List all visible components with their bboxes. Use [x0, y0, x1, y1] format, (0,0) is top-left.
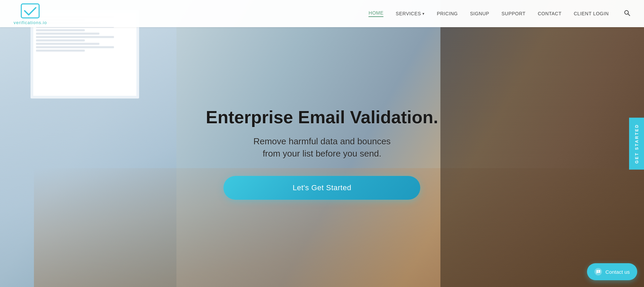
contact-us-label: Contact us: [605, 269, 630, 275]
screen-line: [36, 43, 99, 45]
hero-content: Enterprise Email Validation. Remove harm…: [206, 108, 438, 200]
cta-get-started-button[interactable]: Let's Get Started: [224, 176, 420, 200]
svg-text:?: ?: [598, 270, 599, 273]
nav-item-signup[interactable]: SIGNUP: [470, 11, 489, 16]
svg-line-2: [628, 14, 630, 16]
nav-item-services[interactable]: SERVICES ▾: [396, 11, 424, 16]
nav-item-home[interactable]: HOME: [368, 10, 383, 17]
hero-title: Enterprise Email Validation.: [206, 108, 438, 127]
get-started-tab[interactable]: GET STARTED: [629, 118, 644, 169]
contact-us-button[interactable]: ? Contact us: [587, 263, 637, 280]
nav-item-pricing[interactable]: PRICING: [437, 11, 458, 16]
logo[interactable]: verifications.io: [14, 2, 47, 25]
screen-line: [36, 46, 114, 48]
logo-icon: [20, 2, 40, 19]
chevron-down-icon: ▾: [422, 12, 425, 16]
nav-item-contact[interactable]: CONTACT: [538, 11, 562, 16]
screen-line: [36, 33, 99, 35]
screen-line: [36, 39, 85, 41]
screen-line: [36, 29, 85, 31]
chat-icon: ?: [594, 268, 602, 275]
header: verifications.io HOME SERVICES ▾ PRICING…: [0, 0, 644, 27]
dark-overlay: [440, 0, 644, 287]
main-nav: HOME SERVICES ▾ PRICING SIGNUP SUPPORT C…: [368, 10, 630, 18]
nav-item-support[interactable]: SUPPORT: [501, 11, 526, 16]
screen-line: [36, 36, 114, 38]
hero-subtitle: Remove harmful data and bounces from you…: [206, 135, 438, 160]
search-icon[interactable]: [624, 10, 630, 18]
screen-line: [36, 50, 85, 52]
svg-rect-0: [21, 4, 39, 18]
nav-item-client-login[interactable]: CLIENT LOGIN: [574, 11, 609, 16]
logo-text: verifications.io: [14, 20, 47, 25]
